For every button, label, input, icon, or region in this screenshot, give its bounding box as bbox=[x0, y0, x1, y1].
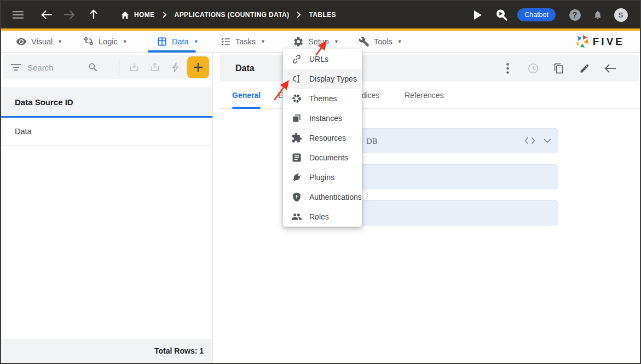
user-avatar[interactable]: S bbox=[611, 5, 630, 24]
inspect-icon[interactable] bbox=[492, 5, 511, 24]
arrow-forward-icon[interactable] bbox=[60, 5, 79, 24]
caret-down-icon: ▼ bbox=[123, 39, 128, 44]
chevron-down-icon[interactable] bbox=[544, 138, 551, 143]
menubar-item-data[interactable]: Data▼ bbox=[157, 31, 199, 52]
menu-item-themes[interactable]: Themes bbox=[283, 89, 362, 108]
breadcrumb-home[interactable]: HOME bbox=[120, 11, 155, 19]
gear-icon bbox=[293, 36, 304, 47]
active-menu-underline bbox=[148, 50, 196, 53]
code-icon[interactable] bbox=[524, 136, 535, 145]
collapse-arrow-left-icon[interactable] bbox=[604, 62, 617, 75]
menu-item-urls[interactable]: URLs bbox=[283, 49, 362, 69]
link-icon bbox=[291, 54, 302, 65]
menu-item-documents[interactable]: Documents bbox=[283, 148, 362, 167]
themes-icon bbox=[291, 93, 302, 104]
menu-item-instances[interactable]: Instances bbox=[283, 108, 362, 128]
arrow-back-icon[interactable] bbox=[37, 5, 56, 24]
breadcrumb-applications[interactable]: APPLICATIONS (COUNTING DATA) bbox=[175, 11, 290, 19]
five-pinwheel-icon bbox=[575, 34, 590, 49]
people-icon bbox=[291, 211, 302, 222]
list-row-data[interactable]: Data bbox=[1, 118, 212, 146]
chevron-right-icon bbox=[163, 11, 167, 18]
shield-icon bbox=[291, 192, 302, 203]
total-rows-footer: Total Rows: 1 bbox=[1, 339, 212, 363]
menu-item-roles[interactable]: Roles bbox=[283, 207, 362, 227]
brand-wordmark: FIVE bbox=[593, 36, 625, 48]
filter-icon[interactable] bbox=[11, 63, 21, 71]
logic-icon bbox=[83, 36, 94, 47]
list-toolbar bbox=[3, 55, 210, 79]
help-icon[interactable]: ? bbox=[565, 5, 584, 24]
table-icon bbox=[157, 36, 168, 47]
notifications-bell-icon[interactable] bbox=[588, 5, 607, 24]
caret-down-icon: ▼ bbox=[57, 39, 62, 44]
breadcrumb-tables[interactable]: TABLES bbox=[309, 11, 336, 19]
record-title: Data bbox=[235, 63, 255, 73]
document-icon bbox=[291, 152, 302, 163]
export-icon[interactable] bbox=[145, 57, 165, 78]
search-box[interactable] bbox=[11, 55, 116, 79]
setup-dropdown-menu: URLs Display Types Themes Instances Reso… bbox=[283, 49, 362, 227]
history-icon[interactable] bbox=[527, 62, 540, 75]
left-list-panel: Data Source ID Data Total Rows: 1 bbox=[1, 53, 213, 363]
app-window: HOME APPLICATIONS (COUNTING DATA) TABLES… bbox=[0, 0, 641, 364]
five-logo: FIVE bbox=[575, 31, 625, 52]
lightning-icon[interactable] bbox=[165, 57, 186, 78]
tasks-icon bbox=[220, 36, 231, 47]
hamburger-menu-icon[interactable] bbox=[9, 5, 27, 24]
chevron-right-icon bbox=[297, 11, 301, 18]
add-record-button[interactable] bbox=[187, 56, 209, 78]
search-input[interactable] bbox=[27, 63, 81, 72]
setup-menu-caret: ▼ bbox=[334, 39, 339, 44]
caret-down-icon: ▼ bbox=[261, 39, 265, 44]
chatbot-button[interactable]: Chatbot bbox=[517, 8, 556, 21]
menubar-item-visual[interactable]: Visual▼ bbox=[16, 31, 62, 52]
list-column-header[interactable]: Data Source ID bbox=[1, 88, 212, 116]
instances-icon bbox=[291, 113, 302, 124]
search-icon[interactable] bbox=[88, 62, 99, 73]
active-tab-underline bbox=[232, 107, 261, 109]
menu-item-resources[interactable]: Resources bbox=[283, 128, 362, 148]
home-icon bbox=[120, 11, 130, 19]
edit-pencil-icon[interactable] bbox=[578, 62, 591, 75]
menu-item-plugins[interactable]: Plugins bbox=[283, 167, 362, 187]
tools-icon bbox=[359, 36, 369, 47]
tab-general[interactable]: General bbox=[232, 82, 261, 109]
top-bar: HOME APPLICATIONS (COUNTING DATA) TABLES… bbox=[1, 1, 640, 28]
menubar-item-tasks[interactable]: Tasks▼ bbox=[220, 31, 265, 52]
record-tabs: General Events Indices References bbox=[219, 82, 639, 109]
caret-down-icon: ▼ bbox=[194, 39, 199, 44]
kebab-menu-icon[interactable] bbox=[501, 62, 514, 75]
import-icon[interactable] bbox=[124, 57, 145, 78]
copy-icon[interactable] bbox=[552, 62, 565, 75]
puzzle-icon bbox=[291, 132, 302, 143]
menubar-item-logic[interactable]: Logic▼ bbox=[83, 31, 128, 52]
display-types-icon bbox=[291, 73, 302, 84]
menubar-item-tools[interactable]: Tools▼ bbox=[359, 31, 402, 52]
plug-icon bbox=[291, 172, 302, 183]
arrow-up-icon[interactable] bbox=[84, 5, 103, 24]
run-play-icon[interactable] bbox=[468, 5, 487, 24]
eye-icon bbox=[16, 36, 27, 47]
menu-item-display-types[interactable]: Display Types bbox=[283, 69, 362, 89]
toolbar-divider bbox=[119, 60, 119, 74]
menu-item-authentications[interactable]: Authentications bbox=[283, 187, 362, 207]
caret-down-icon: ▼ bbox=[397, 39, 402, 44]
tab-references[interactable]: References bbox=[405, 82, 444, 109]
record-detail-panel: Data General Event bbox=[219, 53, 640, 363]
